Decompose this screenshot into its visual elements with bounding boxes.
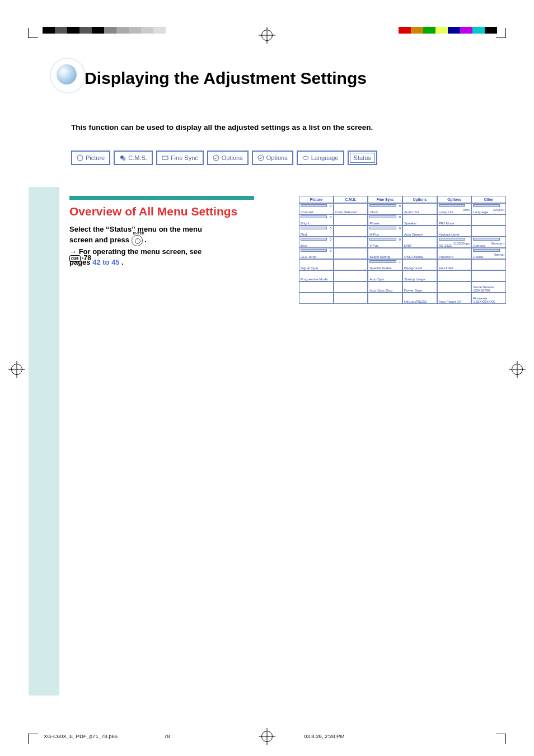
status-col-options2: Options bbox=[437, 196, 472, 203]
status-cell: OSD Display bbox=[402, 248, 437, 259]
section-sidebar-stripe bbox=[29, 187, 59, 696]
status-cell: Background bbox=[402, 259, 437, 270]
svg-point-2 bbox=[122, 157, 125, 161]
print-footer: XG-C60X_E_PDF_p71_78.p65 78 03.8.28, 2:2… bbox=[44, 733, 491, 739]
status-col-cms: C.M.S. bbox=[334, 196, 368, 203]
status-cell: Speaker bbox=[402, 214, 437, 226]
status-col-other: Other bbox=[471, 196, 506, 203]
status-cell: EnglishLanguage bbox=[471, 203, 506, 214]
tab-options-1[interactable]: Options bbox=[207, 151, 249, 165]
status-cell: 99%Lamp Life bbox=[437, 203, 472, 214]
status-cell: 0Contrast bbox=[299, 203, 334, 214]
tab-picture[interactable]: Picture bbox=[71, 151, 110, 165]
status-cell: 0Blue bbox=[299, 237, 334, 248]
tab-cms[interactable]: C.M.S. bbox=[114, 151, 153, 165]
status-cell: Auto Search bbox=[402, 226, 437, 237]
instr-line1c: . bbox=[144, 236, 147, 244]
status-cell: StandardGamma bbox=[471, 237, 506, 248]
status-cell: Auto Power Off bbox=[437, 293, 472, 304]
status-cell bbox=[437, 281, 472, 293]
page-ref-link[interactable]: 42 to 45 bbox=[92, 258, 119, 266]
svg-rect-3 bbox=[162, 156, 168, 159]
status-cell: Keylock Level bbox=[437, 226, 472, 237]
status-cell: 115200bpsRS-232C bbox=[437, 237, 472, 248]
status-cell bbox=[334, 237, 368, 248]
tab-language[interactable]: Language bbox=[297, 151, 344, 165]
status-cell bbox=[334, 293, 368, 304]
status-cell bbox=[471, 214, 506, 226]
instr-line3b: . bbox=[121, 258, 124, 266]
instructions-column: Overview of All Menu Settings Select the… bbox=[69, 196, 254, 304]
footer-date: 03.8.28, 2:28 PM bbox=[304, 733, 344, 739]
page-title: Displaying the Adjustment Settings bbox=[85, 69, 367, 88]
status-cell: Progressive Mode bbox=[299, 270, 334, 281]
status-cell: Power Save bbox=[402, 281, 437, 293]
status-cell: Audio Out bbox=[402, 203, 437, 214]
tab-finesync[interactable]: Fine Sync bbox=[156, 151, 204, 165]
status-cell bbox=[334, 248, 368, 259]
status-cell bbox=[334, 214, 368, 226]
tab-options-2[interactable]: Options bbox=[252, 151, 293, 165]
svg-point-6 bbox=[303, 156, 308, 159]
status-cell bbox=[471, 270, 506, 281]
status-cell: 0V-Pos bbox=[368, 237, 402, 248]
svg-point-0 bbox=[77, 155, 83, 161]
instr-line2: For operating the menu screen, see bbox=[79, 247, 202, 256]
status-cell bbox=[334, 270, 368, 281]
status-cell bbox=[471, 226, 506, 237]
status-cell bbox=[334, 226, 368, 237]
status-cell: Auto Sync Disp bbox=[368, 281, 402, 293]
status-cell: 0Red bbox=[299, 226, 334, 237]
status-header-row: Picture C.M.S. Fine Sync Options Options… bbox=[299, 196, 506, 203]
page-body: Displaying the Adjustment Settings This … bbox=[29, 48, 521, 304]
status-cell: Password bbox=[437, 248, 472, 259]
menu-tab-bar: Picture C.M.S. Fine Sync Options Options… bbox=[71, 151, 521, 165]
svg-point-4 bbox=[213, 155, 219, 161]
svg-point-5 bbox=[258, 155, 264, 161]
status-cell bbox=[368, 293, 402, 304]
status-cell: FirmwareC60XXXXXXX bbox=[471, 293, 506, 304]
status-cell: 0H-Pos bbox=[368, 226, 402, 237]
status-cell: NormalResize bbox=[471, 248, 506, 259]
footer-page: 78 bbox=[164, 733, 304, 739]
status-cell bbox=[299, 293, 334, 304]
status-col-finesync: Fine Sync bbox=[368, 196, 402, 203]
status-cell bbox=[334, 281, 368, 293]
status-cell bbox=[334, 259, 368, 270]
enter-button-icon: ENTER bbox=[132, 235, 143, 246]
status-cell: 0Clock bbox=[368, 203, 402, 214]
status-cell: Startup Image bbox=[402, 270, 437, 281]
status-cell: Serial Number123456789 bbox=[471, 281, 506, 293]
title-bullet-icon bbox=[57, 64, 77, 84]
status-cell bbox=[299, 281, 334, 293]
status-cell: 0CLR Temp bbox=[299, 248, 334, 259]
status-cell: Select Setting bbox=[368, 248, 402, 259]
status-cell: Auto Sync bbox=[368, 270, 402, 281]
status-col-picture: Picture bbox=[299, 196, 334, 203]
tab-status[interactable]: Status bbox=[348, 151, 377, 165]
footer-file: XG-C60X_E_PDF_p71_78.p65 bbox=[44, 733, 164, 739]
page-title-wrap: Displaying the Adjustment Settings bbox=[57, 64, 521, 88]
status-menu-preview: Picture C.M.S. Fine Sync Options Options… bbox=[299, 196, 506, 304]
status-cell: Color Selected bbox=[334, 203, 368, 214]
status-cell bbox=[471, 259, 506, 270]
status-cell: Anti-Theft bbox=[437, 259, 472, 270]
status-cell: 0Bright bbox=[299, 214, 334, 226]
status-cell: 0Phase bbox=[368, 214, 402, 226]
page-number: GB-78 bbox=[69, 254, 91, 262]
status-cell: DNR bbox=[402, 237, 437, 248]
section-divider bbox=[69, 196, 254, 200]
intro-text: This function can be used to display all… bbox=[71, 121, 521, 134]
section-title: Overview of All Menu Settings bbox=[69, 204, 254, 218]
status-cell bbox=[437, 270, 472, 281]
status-cell: 1Special Modes bbox=[368, 259, 402, 270]
status-cell: PRJ Mode bbox=[437, 214, 472, 226]
instr-line1b: screen and press bbox=[69, 236, 132, 244]
status-cell: Ntfy.out/RS232 bbox=[402, 293, 437, 304]
gb-badge: GB bbox=[69, 255, 81, 262]
status-cell: Signal Type bbox=[299, 259, 334, 270]
status-col-options1: Options bbox=[402, 196, 437, 203]
